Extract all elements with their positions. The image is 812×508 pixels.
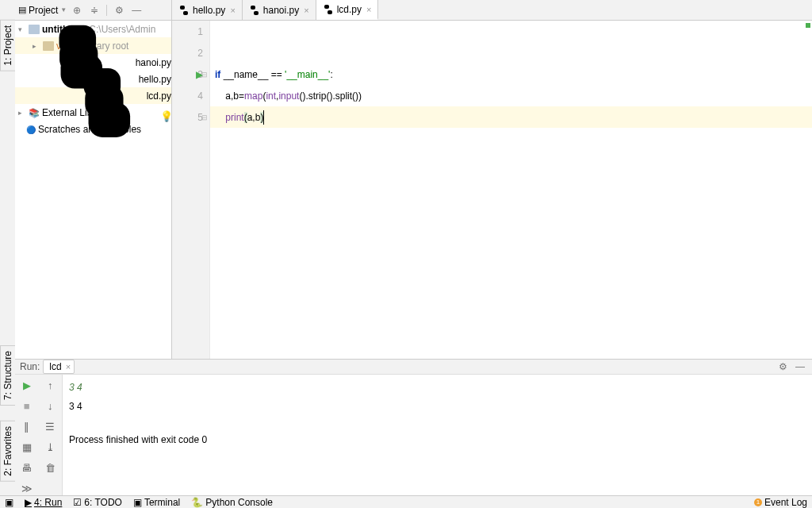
project-view-selector[interactable]: ▤ Project ▼ — [18, 5, 67, 16]
trash-icon[interactable]: 🗑 — [39, 457, 63, 478]
project-tree[interactable]: ▾untitled1 C:\Users\Admin ▸venv library … — [15, 21, 172, 359]
console-input-echo: 3 4 — [69, 378, 806, 397]
tab-hello[interactable]: hello.py× — [172, 0, 243, 20]
close-icon[interactable]: × — [304, 6, 308, 15]
gear-icon[interactable]: ⚙ — [112, 3, 126, 17]
hide-icon[interactable]: — — [793, 360, 807, 374]
close-icon[interactable]: × — [230, 6, 235, 15]
scroll-marker-strip[interactable] — [804, 21, 812, 359]
status-event-log[interactable]: 1Event Log — [754, 497, 807, 508]
run-tool-window: Run: lcd× ⚙ — ▶ ↑ ■ ↓ ‖ ☰ ▦ ⤓ 🖶 🗑 ≫ 3 4 — [15, 359, 812, 495]
text-cursor — [263, 110, 264, 125]
status-tool-picker[interactable]: ▣ — [5, 497, 13, 508]
close-icon[interactable]: × — [66, 362, 71, 371]
run-toolbar: ▶ ↑ ■ ↓ ‖ ☰ ▦ ⤓ 🖶 🗑 ≫ — [15, 375, 63, 498]
library-icon — [29, 107, 40, 118]
run-config[interactable]: lcd× — [43, 360, 75, 374]
locate-icon[interactable]: ⊕ — [70, 3, 84, 17]
pause-icon[interactable]: ‖ — [15, 416, 39, 437]
tab-lcd[interactable]: lcd.py× — [316, 0, 379, 20]
rerun-icon[interactable]: ▶ — [15, 375, 39, 395]
run-label: Run: — [20, 361, 40, 372]
soft-wrap-icon[interactable]: ☰ — [39, 416, 63, 437]
status-bar: ▣ ▶ 4: Run ☑ 6: TODO ▣ Terminal 🐍 Python… — [0, 495, 812, 508]
status-python-console[interactable]: 🐍 Python Console — [191, 497, 273, 508]
tab-hanoi[interactable]: hanoi.py× — [243, 0, 316, 20]
scratch-icon — [26, 124, 36, 135]
layout-icon[interactable]: ▦ — [15, 437, 39, 457]
up-icon[interactable]: ↑ — [39, 375, 63, 395]
toolbar: ▤ Project ▼ ⊕ ≑ ⚙ — hello.py× hanoi.py× … — [15, 0, 812, 21]
collapse-icon[interactable]: ≑ — [87, 3, 102, 17]
project-view-label: Project — [29, 5, 58, 16]
gear-icon[interactable]: ⚙ — [776, 360, 790, 374]
stop-icon[interactable]: ■ — [15, 395, 39, 416]
editor-tabs: hello.py× hanoi.py× lcd.py× — [172, 0, 378, 20]
code-editor[interactable]: 1 2 ▶⊟3 4 💡⊟5 if __name__ == '__main__':… — [172, 21, 812, 359]
close-icon[interactable]: × — [366, 5, 371, 14]
status-todo[interactable]: ☑ 6: TODO — [73, 497, 122, 508]
fold-icon[interactable]: ⊟ — [201, 71, 208, 79]
status-run[interactable]: ▶ 4: Run — [25, 497, 62, 508]
side-tab-project[interactable]: 1: Project — [0, 20, 16, 71]
down-icon[interactable]: ↓ — [39, 395, 63, 416]
status-terminal[interactable]: ▣ Terminal — [133, 497, 180, 508]
gutter[interactable]: 1 2 ▶⊟3 4 💡⊟5 — [172, 21, 210, 359]
code-health-indicator[interactable] — [806, 23, 810, 28]
side-tab-structure[interactable]: 7: Structure — [0, 345, 16, 406]
intention-bulb-icon[interactable]: 💡 — [160, 110, 173, 122]
fold-icon[interactable]: ⊟ — [201, 114, 208, 121]
console-stdout: 3 4 — [69, 397, 806, 416]
console-output[interactable]: 3 4 3 4 Process finished with exit code … — [63, 375, 812, 498]
print-icon[interactable]: 🖶 — [15, 457, 39, 478]
tree-file-lcd[interactable]: lcd.py — [15, 87, 171, 104]
side-tab-favorites[interactable]: 2: Favorites — [0, 421, 16, 482]
hide-icon[interactable]: — — [129, 3, 144, 17]
console-exit-msg: Process finished with exit code 0 — [69, 430, 806, 449]
scroll-end-icon[interactable]: ⤓ — [39, 437, 63, 457]
